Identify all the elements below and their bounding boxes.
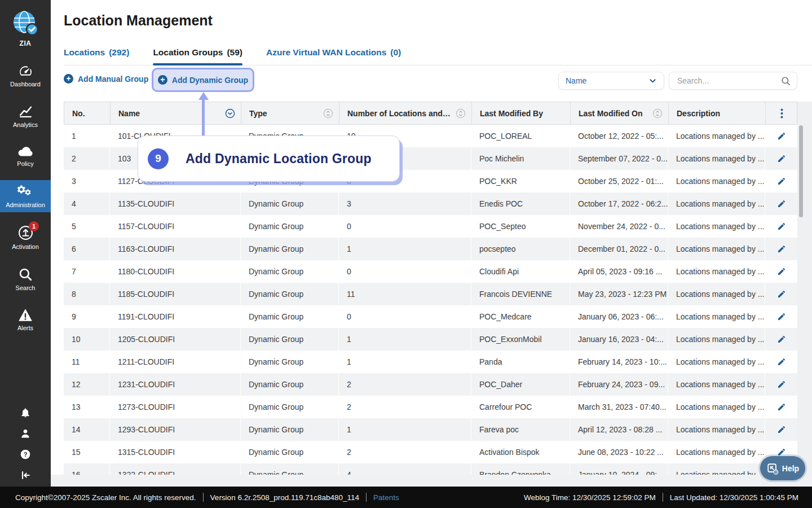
sort-icon[interactable]: [649, 108, 663, 119]
edit-row-button[interactable]: [765, 215, 797, 238]
cell-name: 1273-CLOUDIFI: [110, 396, 241, 418]
help-button[interactable]: ? Help: [760, 456, 805, 480]
cell-no: 14: [64, 418, 110, 441]
cell-modified_on: February 14, 2023 - 10:...: [570, 351, 668, 373]
cell-modified_by: POC_ExxonMobil: [471, 328, 570, 351]
tab-azure-vwan-locations[interactable]: Azure Virtual WAN Locations(0): [266, 43, 401, 65]
add-manual-group-button[interactable]: + Add Manual Group: [64, 74, 148, 84]
col-header-description[interactable]: Description: [669, 102, 766, 124]
sidebar-item-search[interactable]: Search: [0, 263, 51, 295]
svg-text:?: ?: [24, 451, 28, 458]
callout-arrow-icon: [198, 92, 209, 100]
patents-link[interactable]: Patents: [373, 493, 399, 502]
sidebar-item-administration[interactable]: Administration: [0, 180, 51, 212]
cell-no: 4: [64, 192, 110, 215]
footer-divider: [663, 493, 663, 502]
magnifier-icon: [18, 267, 33, 282]
edit-row-button[interactable]: [765, 147, 797, 170]
cell-description: Locations managed by ...: [668, 328, 765, 351]
cell-name: 1293-CLOUDIFI: [110, 418, 241, 441]
cell-modified_by: POC_Medcare: [471, 305, 570, 328]
edit-row-button[interactable]: [765, 373, 797, 396]
cell-description: Locations managed by ...: [668, 283, 765, 305]
add-dynamic-group-highlight: + Add Dynamic Group: [152, 68, 254, 92]
tab-locations[interactable]: Locations(292): [64, 43, 129, 65]
cell-name: 1211-CLOUDIFI: [110, 351, 241, 373]
help-circle-icon[interactable]: ?: [20, 449, 31, 460]
col-header-no[interactable]: No.: [64, 102, 111, 124]
cell-name: 1135-CLOUDIFI: [110, 192, 241, 215]
sidebar-bottom-icons: ?: [0, 407, 51, 481]
user-icon[interactable]: [20, 428, 31, 439]
cell-modified_on: October 25, 2022 - 01:...: [570, 170, 668, 192]
cell-type: Dynamic Group: [241, 283, 339, 305]
cell-locations: 3: [339, 192, 471, 215]
cell-type: Dynamic Group: [241, 215, 339, 238]
search-input[interactable]: [676, 76, 780, 86]
search-icon[interactable]: [780, 76, 791, 86]
bell-icon[interactable]: [20, 407, 31, 418]
edit-row-button[interactable]: [765, 418, 797, 441]
footer-divider: [366, 493, 367, 502]
zia-globe-shield-icon: [11, 9, 39, 37]
callout-arrow-line: [202, 99, 205, 135]
scrollbar-thumb[interactable]: [799, 125, 803, 217]
zia-logo[interactable]: ZIA: [11, 9, 39, 47]
col-header-name[interactable]: Name: [111, 102, 241, 124]
collapse-icon[interactable]: [20, 470, 31, 481]
edit-row-button[interactable]: [765, 192, 797, 215]
edit-row-button[interactable]: [765, 396, 797, 418]
edit-row-button[interactable]: [765, 283, 797, 305]
filter-column-dropdown[interactable]: Name: [558, 72, 664, 90]
cell-description: Locations managed by ...: [668, 305, 765, 328]
table-row: 41135-CLOUDIFIDynamic Group3Enedis POCOc…: [64, 192, 797, 215]
cell-type: Dynamic Group: [241, 260, 339, 283]
table-bottom-gutter: [51, 475, 812, 487]
cell-name: 1157-CLOUDIFI: [110, 215, 241, 238]
cell-modified_by: Carrefour POC: [471, 396, 570, 418]
cell-no: 11: [64, 351, 110, 373]
edit-row-button[interactable]: [765, 305, 797, 328]
sidebar-item-alerts[interactable]: Alerts: [0, 304, 51, 335]
sidebar-item-activation[interactable]: 1 Activation: [0, 221, 51, 254]
edit-row-button[interactable]: [765, 170, 797, 192]
screen-share-icon: ?: [766, 462, 779, 475]
sort-icon[interactable]: [320, 108, 333, 119]
sidebar-item-dashboard[interactable]: Dashboard: [0, 60, 51, 91]
sort-active-icon[interactable]: [222, 108, 235, 119]
cell-locations: 11: [339, 283, 471, 305]
col-header-type[interactable]: Type: [241, 102, 339, 124]
table-row: 121231-CLOUDIFIDynamic Group2POC_DaherFe…: [64, 373, 797, 396]
cell-description: Locations managed by ...: [668, 418, 765, 441]
cell-modified_on: September 07, 2022 - 0...: [570, 147, 668, 170]
help-label: Help: [782, 464, 799, 473]
col-header-modified-on[interactable]: Last Modified On: [571, 102, 669, 124]
sidebar-item-policy[interactable]: Policy: [0, 141, 51, 171]
cell-modified_on: May 23, 2023 - 12:23 PM: [570, 283, 668, 305]
cell-no: 16: [64, 463, 110, 475]
cell-no: 1: [64, 125, 110, 147]
edit-row-button[interactable]: [765, 260, 797, 283]
column-settings-kebab[interactable]: [766, 102, 797, 124]
cell-type: Dynamic Group: [241, 396, 339, 418]
cell-modified_by: pocsepteo: [471, 238, 570, 260]
search-box: [669, 72, 797, 90]
tab-location-groups[interactable]: Location Groups(59): [153, 43, 242, 65]
edit-row-button[interactable]: [765, 351, 797, 373]
cell-name: 1231-CLOUDIFI: [110, 373, 241, 396]
cell-locations: 1: [339, 351, 471, 373]
edit-row-button[interactable]: [765, 328, 797, 351]
footer-bar: Copyright©2007-2025 Zscaler Inc. All rig…: [0, 487, 812, 508]
add-dynamic-group-button[interactable]: + Add Dynamic Group: [158, 75, 248, 85]
col-header-modified-by[interactable]: Last Modified By: [472, 102, 571, 124]
table-row: 61163-CLOUDIFIDynamic Group1pocsepteoDec…: [64, 238, 797, 260]
edit-row-button[interactable]: [765, 125, 797, 147]
cell-modified_on: February 24, 2023 - 09...: [570, 373, 668, 396]
step-number-badge: 9: [148, 148, 169, 169]
edit-row-button[interactable]: [765, 238, 797, 260]
table-row: 131273-CLOUDIFIDynamic Group2Carrefour P…: [64, 396, 797, 418]
sort-icon[interactable]: [452, 108, 466, 119]
chevron-down-icon: [648, 77, 657, 85]
col-header-locations-count[interactable]: Number of Locations and Sub...: [339, 102, 472, 124]
sidebar-item-analytics[interactable]: Analytics: [0, 100, 51, 132]
